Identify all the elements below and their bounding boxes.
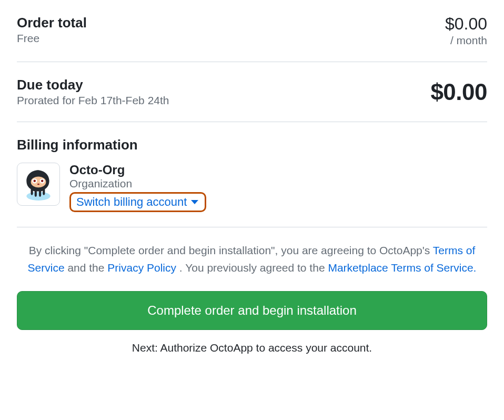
next-step-text: Next: Authorize OctoApp to access your a… [17,342,487,354]
order-total-heading: Order total [17,15,87,31]
agreement-mid1: and the [67,262,107,274]
billing-info-block: Octo-Org Organization Switch billing acc… [17,163,487,212]
order-total-right: $0.00 / month [445,15,487,47]
due-today-heading: Due today [17,77,169,93]
svg-point-5 [41,180,44,183]
agreement-prefix: By clicking "Complete order and begin in… [29,244,433,256]
svg-point-4 [34,180,36,183]
checkout-panel: Order total Free $0.00 / month Due today… [0,0,504,365]
order-total-plan: Free [17,32,87,45]
billing-info-heading: Billing information [17,137,487,153]
svg-point-6 [37,184,39,185]
due-today-amount: $0.00 [430,81,487,104]
svg-point-0 [26,192,50,201]
order-total-left: Order total Free [17,15,87,45]
complete-order-button[interactable]: Complete order and begin installation [17,291,487,330]
divider [17,62,487,62]
due-today-proration: Prorated for Feb 17th-Feb 24th [17,94,169,107]
caret-down-icon [191,200,198,204]
billing-text: Octo-Org Organization Switch billing acc… [69,163,206,212]
org-type: Organization [69,177,206,190]
order-total-period: / month [445,34,487,47]
divider [17,122,487,122]
switch-billing-account-dropdown[interactable]: Switch billing account [69,192,206,212]
marketplace-tos-link[interactable]: Marketplace Terms of Service. [328,262,476,274]
due-today-row: Due today Prorated for Feb 17th-Feb 24th… [17,77,487,107]
divider [17,227,487,227]
octocat-icon [21,167,56,202]
privacy-policy-link[interactable]: Privacy Policy [107,262,176,274]
org-avatar [17,163,60,206]
order-total-row: Order total Free $0.00 / month [17,15,487,47]
order-total-amount: $0.00 [445,15,487,33]
agreement-mid2: . You previously agreed to the [179,262,328,274]
due-today-left: Due today Prorated for Feb 17th-Feb 24th [17,77,169,107]
agreement-text: By clicking "Complete order and begin in… [21,242,483,276]
org-name: Octo-Org [69,163,206,177]
switch-billing-label: Switch billing account [76,195,187,209]
